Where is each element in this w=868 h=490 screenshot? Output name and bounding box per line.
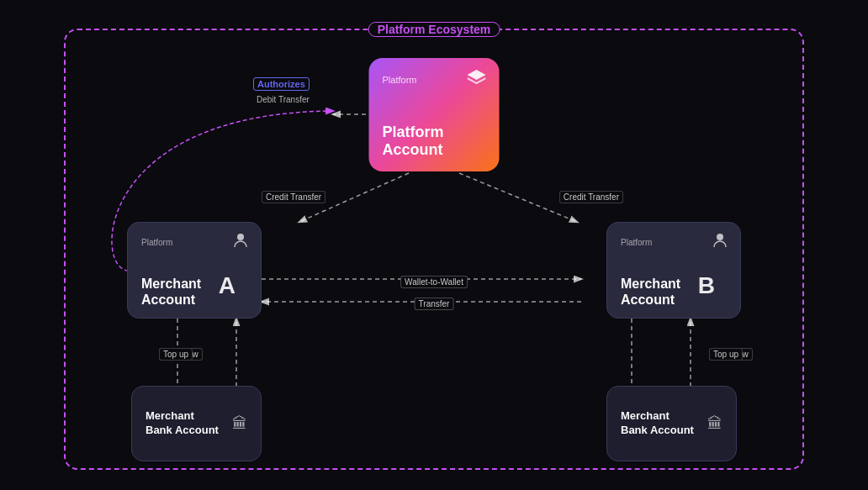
platform-card-top: Platform — [383, 70, 486, 89]
layers-icon — [468, 70, 486, 89]
merchant-a-sublabel: Platform — [141, 238, 172, 247]
credit-transfer-right-label: Credit Transfer — [559, 191, 623, 203]
merchant-card-b: Platform MerchantAccount B — [606, 222, 741, 319]
svg-point-1 — [717, 234, 723, 240]
wallet-to-wallet-label: Wallet-to-Wallet — [400, 276, 468, 288]
merchant-b-top: Platform — [621, 233, 727, 251]
platform-card-sublabel: Platform — [383, 75, 417, 85]
credit-transfer-left-label: Credit Transfer — [262, 191, 326, 203]
topup-a-label: Top up — [159, 348, 193, 361]
authorizes-label: Authorizes — [253, 77, 310, 91]
merchant-a-top: Platform — [141, 233, 247, 251]
merchant-a-letter: A — [219, 272, 236, 299]
person-icon-b — [713, 233, 727, 251]
merchant-b-sublabel: Platform — [621, 238, 652, 247]
debit-transfer-label: Debit Transfer — [253, 94, 313, 105]
bank-b-top: MerchantBank Account 🏛 — [621, 409, 722, 438]
bank-card-a: MerchantBank Account 🏛 — [131, 386, 262, 461]
svg-point-0 — [237, 234, 244, 240]
bank-icon-b: 🏛 — [707, 415, 722, 433]
ecosystem-label: Platform Ecosystem — [368, 22, 500, 37]
bank-b-title: MerchantBank Account — [621, 409, 694, 438]
bank-icon-a: 🏛 — [232, 415, 247, 433]
merchant-b-letter: B — [698, 272, 715, 299]
bank-a-top: MerchantBank Account 🏛 — [146, 409, 247, 438]
person-icon-a — [234, 233, 247, 251]
platform-card-title: Platform Account — [383, 124, 486, 160]
merchant-card-a: Platform MerchantAccount A — [127, 222, 262, 319]
platform-account-card: Platform Platform Account — [369, 58, 500, 171]
transfer-label: Transfer — [415, 298, 454, 310]
bank-card-b: MerchantBank Account 🏛 — [606, 386, 737, 461]
diagram-container: Platform Ecosystem — [47, 12, 821, 478]
bank-a-title: MerchantBank Account — [146, 409, 219, 438]
topup-b-label: Top up — [709, 348, 743, 361]
